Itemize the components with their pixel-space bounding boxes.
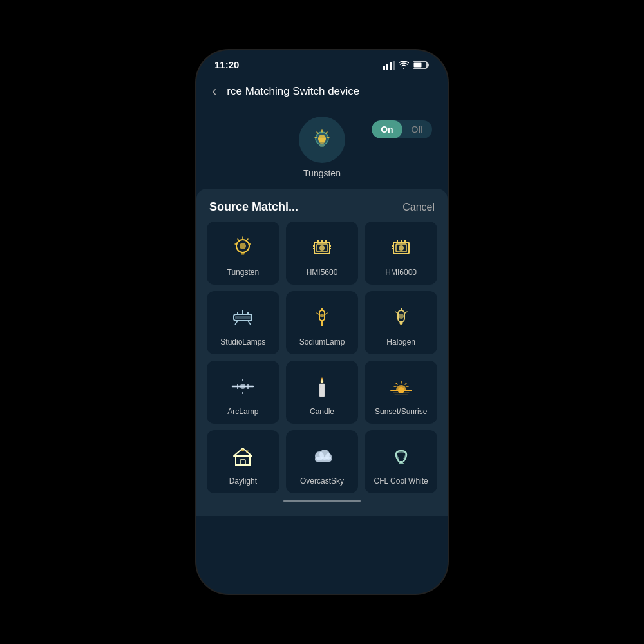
- wifi-icon: [399, 61, 409, 70]
- daylight-icon: [229, 440, 257, 471]
- source-item-hmi5600[interactable]: HMI5600: [286, 222, 359, 285]
- source-item-tungsten[interactable]: Tungsten: [207, 222, 279, 285]
- svg-line-57: [317, 313, 319, 314]
- svg-rect-55: [321, 321, 323, 323]
- svg-point-17: [240, 243, 246, 249]
- daylight-label: Daylight: [229, 477, 257, 486]
- source-item-halogen[interactable]: Halogen: [365, 291, 437, 354]
- svg-rect-1: [386, 64, 388, 70]
- cfl-icon: [387, 440, 415, 471]
- source-item-arclamp[interactable]: ArcLamp: [207, 361, 279, 424]
- sunset-label: Sunset/Sunrise: [375, 407, 427, 416]
- overcastsky-icon: [308, 440, 336, 471]
- home-indicator: [283, 500, 361, 502]
- svg-rect-72: [319, 384, 325, 397]
- source-matching-sheet: Source Matchi... Cancel: [196, 189, 448, 516]
- hmi6000-label: HMI6000: [385, 268, 417, 277]
- svg-point-54: [320, 314, 324, 317]
- sheet-header: Source Matchi... Cancel: [207, 189, 437, 222]
- source-item-sunset[interactable]: Sunset/Sunrise: [365, 361, 437, 424]
- svg-line-78: [405, 383, 406, 384]
- svg-rect-94: [399, 463, 404, 464]
- svg-rect-3: [393, 61, 395, 70]
- time-display: 11:20: [214, 59, 239, 70]
- svg-line-21: [238, 239, 239, 240]
- sheet-title: Source Matchi...: [209, 200, 298, 214]
- svg-rect-62: [399, 322, 402, 324]
- sodiumlamp-label: SodiumLamp: [299, 337, 345, 346]
- svg-rect-9: [319, 144, 325, 146]
- svg-line-64: [395, 312, 397, 313]
- svg-rect-23: [241, 252, 245, 254]
- source-grid: Tungsten: [207, 222, 437, 493]
- svg-point-67: [240, 384, 245, 389]
- source-item-studiolamps[interactable]: StudioLamps: [207, 291, 279, 354]
- source-item-overcastsky[interactable]: OvercastSky: [286, 430, 359, 493]
- svg-rect-93: [399, 461, 403, 463]
- tungsten-icon: [229, 232, 257, 263]
- svg-rect-5: [428, 63, 430, 66]
- tungsten-label: Tungsten: [227, 268, 260, 277]
- source-item-candle[interactable]: Candle: [286, 361, 359, 424]
- hmi5600-label: HMI5600: [307, 268, 338, 277]
- source-item-hmi6000[interactable]: HMI6000: [365, 222, 437, 285]
- studiolamps-label: StudioLamps: [220, 337, 265, 346]
- svg-rect-2: [390, 62, 392, 70]
- bulb-icon: [309, 127, 335, 153]
- candle-label: Candle: [310, 407, 334, 416]
- svg-rect-46: [235, 316, 251, 319]
- status-icons: [383, 61, 430, 70]
- source-item-daylight[interactable]: Daylight: [207, 430, 279, 493]
- hmi6000-icon: [387, 232, 415, 263]
- svg-line-65: [405, 312, 407, 313]
- toggle-off-label[interactable]: Off: [402, 120, 432, 138]
- svg-rect-0: [383, 66, 385, 70]
- svg-rect-92: [315, 457, 332, 462]
- studiolamps-icon: [229, 301, 257, 332]
- svg-point-61: [399, 314, 404, 319]
- halogen-label: Halogen: [386, 337, 415, 346]
- toggle-on-label[interactable]: On: [372, 120, 402, 138]
- source-item-cfl[interactable]: CFL Cool White: [365, 430, 437, 493]
- sodiumlamp-icon: [308, 301, 336, 332]
- page-title: rce Matching Switch device: [227, 85, 359, 98]
- hmi5600-icon: [308, 232, 336, 263]
- battery-icon: [413, 61, 430, 70]
- nav-bar: ‹ rce Matching Switch device: [196, 75, 448, 110]
- status-bar: 11:20: [196, 50, 448, 75]
- arclamp-label: ArcLamp: [227, 407, 258, 416]
- halogen-icon: [387, 301, 415, 332]
- device-area: Tungsten On Off: [196, 110, 448, 189]
- svg-rect-24: [242, 254, 245, 255]
- svg-line-58: [325, 313, 327, 314]
- back-button[interactable]: ‹: [207, 80, 222, 102]
- cancel-button[interactable]: Cancel: [402, 202, 435, 213]
- svg-point-37: [399, 245, 404, 251]
- svg-point-8: [318, 135, 326, 142]
- svg-line-79: [396, 383, 397, 384]
- arclamp-icon: [229, 371, 257, 402]
- svg-line-14: [317, 132, 318, 133]
- sunset-icon: [387, 371, 415, 402]
- device-icon: [299, 117, 345, 163]
- source-item-sodiumlamp[interactable]: SodiumLamp: [286, 291, 359, 354]
- svg-point-27: [319, 245, 325, 251]
- svg-point-87: [242, 449, 244, 451]
- power-toggle[interactable]: On Off: [372, 120, 432, 138]
- cfl-label: CFL Cool White: [374, 477, 428, 486]
- signal-icon: [383, 61, 395, 70]
- svg-rect-10: [320, 146, 324, 147]
- svg-line-19: [247, 239, 248, 240]
- svg-rect-85: [236, 456, 250, 465]
- device-label: Tungsten: [303, 168, 341, 178]
- svg-rect-6: [414, 62, 422, 67]
- svg-line-12: [326, 132, 327, 133]
- svg-rect-86: [240, 460, 245, 465]
- phone-frame: 11:20 ‹ rc: [196, 50, 448, 594]
- svg-rect-63: [400, 324, 402, 325]
- candle-icon: [308, 371, 336, 402]
- overcastsky-label: OvercastSky: [300, 477, 344, 486]
